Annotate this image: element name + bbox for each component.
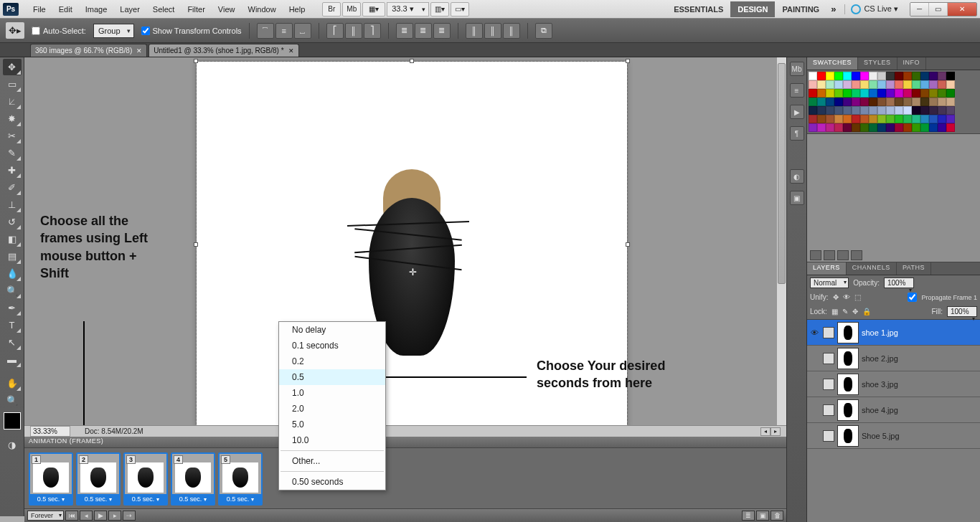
swatch[interactable]	[903, 98, 912, 106]
align-vcenter[interactable]: ≡	[275, 23, 293, 39]
unify-style-icon[interactable]: ⬚	[854, 293, 861, 301]
frame-delay-button[interactable]: 0.5 sec.	[220, 494, 261, 504]
window-minimize[interactable]: ─	[910, 3, 929, 16]
swatch[interactable]	[877, 80, 886, 89]
swatch[interactable]	[929, 89, 938, 98]
swatch[interactable]	[869, 123, 877, 132]
transform-handle[interactable]	[194, 242, 198, 247]
path-select-tool[interactable]: ↖	[3, 334, 22, 351]
layer-row[interactable]: shoe 3.jpg	[807, 371, 980, 397]
delay-current[interactable]: 0.50 seconds	[279, 474, 385, 490]
swatch[interactable]	[929, 106, 938, 115]
swatch[interactable]	[929, 80, 938, 89]
tab-layers[interactable]: LAYERS	[807, 262, 847, 275]
swatch[interactable]	[826, 98, 834, 106]
dodge-tool[interactable]: 🔍	[3, 283, 22, 299]
swatch[interactable]	[877, 123, 886, 132]
swatch[interactable]	[834, 89, 843, 98]
minibridge-icon[interactable]: Mb	[790, 62, 804, 76]
pen-tool[interactable]: ✒	[3, 300, 22, 316]
swatch[interactable]	[834, 106, 843, 115]
unify-position-icon[interactable]: ✥	[833, 293, 839, 301]
swatch[interactable]	[877, 115, 886, 123]
fill-field[interactable]: 100%	[947, 306, 977, 317]
align-right[interactable]: ⎤	[364, 23, 381, 39]
swatch[interactable]	[903, 106, 912, 115]
dist-top[interactable]: ≣	[396, 23, 413, 39]
layer-link-box[interactable]	[823, 379, 834, 390]
swatch[interactable]	[877, 72, 886, 80]
next-frame-button[interactable]: ▸	[108, 511, 121, 521]
swatch[interactable]	[852, 98, 860, 106]
swatch[interactable]	[920, 115, 929, 123]
show-transform-checkbox[interactable]: Show Transform Controls	[141, 27, 242, 35]
swatch[interactable]	[886, 80, 895, 89]
layer-link-box[interactable]	[823, 404, 834, 416]
window-maximize[interactable]: ▭	[929, 3, 948, 16]
frame-delay-button[interactable]: 0.5 sec.	[30, 494, 72, 504]
swatch[interactable]	[920, 106, 929, 115]
tween-button[interactable]: ⇢	[123, 511, 136, 521]
dist-vcenter[interactable]: ≣	[415, 23, 432, 39]
swatch[interactable]	[912, 106, 920, 115]
swatch[interactable]	[895, 72, 903, 80]
swatch[interactable]	[860, 106, 869, 115]
auto-select-checkbox[interactable]: Auto-Select:	[32, 27, 86, 35]
swatch[interactable]	[920, 72, 929, 80]
quick-select-tool[interactable]: ✸	[3, 110, 22, 127]
swatch[interactable]	[843, 106, 852, 115]
menu-view[interactable]: View	[212, 2, 241, 16]
delay-option[interactable]: 0.2	[279, 353, 385, 369]
swatch[interactable]	[809, 123, 817, 132]
animation-frame[interactable]: 10.5 sec.	[29, 452, 73, 506]
frame-delay-button[interactable]: 0.5 sec.	[77, 494, 119, 504]
swatch[interactable]	[843, 89, 852, 98]
tab-channels[interactable]: CHANNELS	[847, 262, 897, 275]
swatch[interactable]	[938, 115, 946, 123]
workspace-painting[interactable]: PAINTING	[775, 1, 826, 17]
swatch[interactable]	[903, 72, 912, 80]
healing-tool[interactable]: ✚	[3, 162, 22, 179]
swatch[interactable]	[895, 106, 903, 115]
swatch[interactable]	[826, 115, 834, 123]
bridge-button[interactable]: Br	[322, 2, 341, 16]
swatch[interactable]	[886, 106, 895, 115]
move-tool[interactable]: ✥	[3, 59, 22, 75]
swatch[interactable]	[938, 72, 946, 80]
swatch[interactable]	[895, 115, 903, 123]
swatch[interactable]	[886, 98, 895, 106]
close-tab-icon[interactable]: ✕	[136, 47, 142, 54]
menu-filter[interactable]: Filter	[182, 2, 210, 16]
transform-handle[interactable]	[626, 59, 630, 63]
swatch[interactable]	[929, 98, 938, 106]
swatch[interactable]	[946, 89, 955, 98]
swatch[interactable]	[912, 115, 920, 123]
masks-icon[interactable]: ▣	[790, 191, 804, 205]
tab-swatches[interactable]: SWATCHES	[807, 57, 858, 70]
quick-mask-toggle[interactable]: ◑	[3, 437, 22, 453]
delay-option[interactable]: 1.0	[279, 385, 385, 401]
swatch[interactable]	[869, 115, 877, 123]
swatch[interactable]	[912, 72, 920, 80]
zoom-tool[interactable]: 🔍	[3, 392, 22, 409]
delay-other[interactable]: Other...	[279, 453, 385, 469]
swatch[interactable]	[946, 80, 955, 89]
swatch[interactable]	[817, 115, 826, 123]
swatch[interactable]	[946, 123, 955, 132]
swatch[interactable]	[869, 72, 877, 80]
swatch[interactable]	[860, 72, 869, 80]
layer-row[interactable]: shoe 4.jpg	[807, 397, 980, 423]
layer-link-box[interactable]	[823, 353, 834, 364]
swatch[interactable]	[920, 89, 929, 98]
close-tab-icon[interactable]: ✕	[288, 47, 294, 54]
swatch[interactable]	[826, 89, 834, 98]
swatch[interactable]	[843, 115, 852, 123]
marquee-tool[interactable]: ▭	[3, 76, 22, 92]
layer-row[interactable]: 👁shoe 1.jpg	[807, 320, 980, 346]
swatch[interactable]	[817, 98, 826, 106]
swatch[interactable]	[860, 123, 869, 132]
workspace-more[interactable]: »	[826, 1, 840, 17]
swatch[interactable]	[817, 89, 826, 98]
swatch[interactable]	[869, 80, 877, 89]
swatch[interactable]	[817, 72, 826, 80]
